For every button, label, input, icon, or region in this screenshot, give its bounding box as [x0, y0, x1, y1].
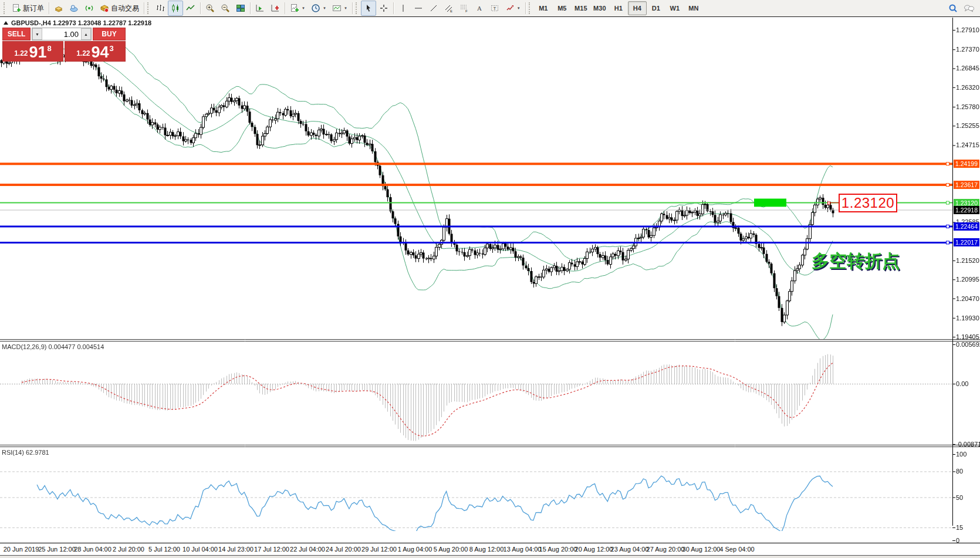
chat-button[interactable] — [961, 1, 978, 16]
periods-icon — [311, 4, 320, 13]
timeframe-button-mn[interactable]: MN — [684, 1, 703, 15]
community-button[interactable] — [66, 1, 82, 16]
toolbar-separator — [393, 2, 394, 14]
fibonacci-button[interactable]: F — [457, 1, 472, 16]
timeframe-button-h4[interactable]: H4 — [628, 1, 647, 15]
zoom-in-button[interactable] — [202, 1, 218, 16]
price-tick-label: 1.20470 — [956, 295, 979, 302]
auto-trading-button[interactable]: 自动交易 — [97, 1, 142, 16]
timeframe-button-d1[interactable]: D1 — [647, 1, 665, 15]
price-tick-label: 100 — [956, 451, 967, 458]
timeframe-button-w1[interactable]: W1 — [665, 1, 684, 15]
channel-icon: E — [444, 4, 454, 13]
bar-chart-button[interactable] — [153, 1, 168, 16]
cursor-button[interactable] — [361, 1, 376, 16]
svg-text:E: E — [450, 9, 452, 13]
volume-increase-button[interactable]: ▲ — [81, 28, 91, 40]
chart-shift-icon — [271, 4, 280, 13]
price-tick-label: 1.24715 — [956, 141, 979, 148]
svg-text:F: F — [465, 9, 468, 13]
signals-button[interactable] — [82, 1, 97, 16]
equidistant-channel-button[interactable]: E — [441, 1, 457, 16]
volume-input[interactable]: 1.00 — [42, 28, 81, 40]
candlestick-chart-button[interactable] — [168, 1, 183, 16]
pivot-note-text[interactable]: 多空转折点 — [812, 249, 900, 273]
sell-price-button[interactable]: 1.22 91 8 — [2, 41, 63, 62]
arrows-button[interactable]: ▼ — [502, 1, 523, 16]
cloud-icon — [69, 4, 79, 13]
toolbar-separator — [285, 2, 285, 14]
arrows-icon — [505, 4, 515, 13]
toolbar-separator — [352, 2, 353, 14]
toolbar-drag-handle — [529, 2, 533, 14]
dropdown-caret-icon[interactable]: ▼ — [344, 6, 347, 10]
dropdown-caret-icon[interactable]: ▼ — [323, 6, 326, 10]
svg-text:T: T — [493, 6, 496, 11]
time-tick-label: 5 Jul 12:00 — [148, 546, 180, 553]
chart-title-text: GBPUSD-,H4 1.22973 1.23048 1.22787 1.229… — [11, 19, 151, 26]
price-tick-label: 1.26320 — [956, 84, 979, 91]
time-tick-label: 23 Aug 04:00 — [611, 546, 649, 553]
time-axis[interactable]: 20 Jun 201925 Jun 12:0028 Jun 04:002 Jul… — [0, 543, 980, 556]
vertical-line-icon — [398, 4, 408, 13]
search-icon — [948, 4, 958, 13]
market-history-button[interactable] — [51, 1, 66, 16]
time-tick-label: 30 Aug 12:00 — [682, 546, 721, 553]
price-tick-label: 1.19405 — [956, 333, 979, 340]
sell-price-pip: 8 — [48, 44, 52, 53]
price-tick-label: 1.27910 — [956, 26, 979, 33]
history-icon — [54, 4, 63, 13]
dropdown-caret-icon[interactable]: ▼ — [517, 6, 521, 10]
price-tick-label: 1.21520 — [956, 257, 979, 264]
time-tick-label: 25 Jun 12:00 — [38, 546, 76, 553]
volume-decrease-button[interactable]: ▼ — [32, 28, 42, 40]
text-label-button[interactable]: T — [487, 1, 502, 16]
toolbar-separator — [250, 2, 251, 14]
time-tick-label: 5 Aug 20:00 — [434, 546, 468, 553]
toolbar-button-label: 新订单 — [23, 4, 44, 13]
chart-area: GBPUSD-,H4 1.22973 1.23048 1.22787 1.229… — [0, 17, 980, 558]
time-tick-label: 29 Jul 12:00 — [361, 546, 397, 553]
price-tick-label: 1.26845 — [956, 65, 979, 72]
macd-label: MACD(12,26,9) 0.004477 0.004514 — [2, 343, 104, 350]
trendline-icon — [429, 4, 438, 13]
zoom-out-button[interactable] — [218, 1, 233, 16]
timeframe-button-m1[interactable]: M1 — [534, 1, 553, 15]
toolbar-separator — [200, 2, 201, 14]
search-button[interactable] — [945, 1, 961, 16]
periods-button[interactable]: ▼ — [308, 1, 329, 16]
timeframe-button-m15[interactable]: M15 — [572, 1, 590, 15]
price-tick-label: 0.005692 — [956, 341, 980, 348]
line-chart-button[interactable] — [183, 1, 198, 16]
horizontal-line-button[interactable] — [411, 1, 426, 16]
trendline-button[interactable] — [426, 1, 441, 16]
new-order-button[interactable]: 新订单 — [9, 1, 47, 16]
timeframe-button-h1[interactable]: H1 — [609, 1, 628, 15]
price-tick-label: 0.00 — [956, 380, 968, 387]
tile-windows-icon — [236, 4, 245, 13]
indicators-button[interactable]: ▼ — [287, 1, 308, 16]
time-tick-label: 8 Aug 12:00 — [469, 546, 504, 553]
chart-shift-button[interactable] — [268, 1, 283, 16]
text-button[interactable]: A — [472, 1, 487, 16]
timeframe-button-m30[interactable]: M30 — [590, 1, 609, 15]
templates-button[interactable]: ▼ — [329, 1, 350, 16]
chart-title: GBPUSD-,H4 1.22973 1.23048 1.22787 1.229… — [4, 19, 151, 26]
mt4-window: 新订单自动交易▼▼▼EFAT▼M1M5M15M30H1H4D1W1MN GBPU… — [0, 0, 980, 558]
dropdown-caret-icon[interactable]: ▼ — [302, 6, 305, 10]
chart-canvas[interactable] — [0, 17, 980, 558]
chat-icon — [964, 4, 975, 13]
collapse-triangle-icon[interactable] — [4, 21, 8, 25]
sell-button[interactable]: SELL — [2, 28, 31, 40]
buy-price-button[interactable]: 1.22 94 3 — [65, 41, 126, 62]
buy-button[interactable]: BUY — [93, 28, 126, 40]
timeframe-button-m5[interactable]: M5 — [553, 1, 572, 15]
vertical-line-button[interactable] — [396, 1, 411, 16]
price-target-label[interactable]: 1.23120 — [839, 194, 897, 212]
auto-scroll-icon — [255, 4, 265, 13]
crosshair-button[interactable] — [376, 1, 391, 16]
tile-windows-button[interactable] — [233, 1, 248, 16]
price-tick-label: 15 — [956, 524, 963, 531]
auto-scroll-button[interactable] — [252, 1, 268, 16]
time-tick-label: 20 Jun 2019 — [4, 546, 39, 553]
